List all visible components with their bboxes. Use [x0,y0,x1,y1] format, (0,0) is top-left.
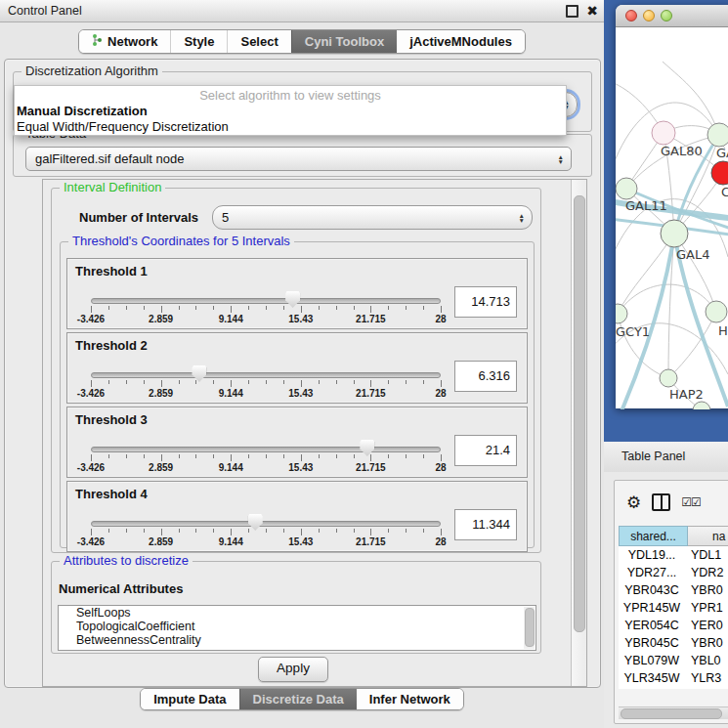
node-table-panel: ⚙ ☑☑ shared...na YDL19...YDL1YDR27...YDR… [614,480,728,724]
table-row[interactable]: YBR045CYBR0 [619,634,728,652]
column-header-na[interactable]: na [688,526,728,546]
gear-icon[interactable]: ⚙ [626,494,641,511]
scrollbar-thumb[interactable] [574,195,585,632]
vertical-scrollbar[interactable] [571,180,586,686]
threshold-value-field[interactable]: 21.4 [454,435,517,466]
number-of-intervals-combobox[interactable]: 5 ▲▼ [212,205,533,230]
tick-label: 28 [435,536,446,547]
table-row[interactable]: YLR345WYLR3 [619,669,728,687]
column-layout-icon[interactable] [652,493,670,511]
tab-infer-network[interactable]: Infer Network [357,689,463,709]
tick-mark [370,529,371,535]
node-topright[interactable] [707,123,728,147]
node-label-gal11: GAL11 [625,198,667,213]
list-item[interactable]: BetweennessCentrality [59,633,535,647]
threshold-panel-threshold-3: Threshold 3-3.4262.8599.14415.4321.71528… [66,407,528,478]
tab-style[interactable]: Style [170,30,227,53]
threshold-panel-threshold-2: Threshold 2-3.4262.8599.14415.4321.71528… [66,332,528,404]
select-columns-icon[interactable]: ☑☑ [681,495,701,509]
threshold-value-field[interactable]: 6.316 [454,361,517,392]
table-row[interactable]: YBL079WYBL0 [619,652,728,669]
tick-mark [108,454,109,458]
slider-track[interactable] [91,372,441,378]
threshold-label: Threshold 3 [75,412,148,427]
tick-mark [283,306,284,310]
threshold-value-field[interactable]: 14.713 [454,286,517,318]
tab-select[interactable]: Select [227,30,290,53]
tab-impute-data[interactable]: Impute Data [141,689,238,709]
tab-jactivemnodules[interactable]: jActiveMNodules [397,30,525,53]
table-data-combobox[interactable]: galFiltered.sif default node ▲▼ [25,147,572,171]
table-row[interactable]: YIL052CYIL0 [619,687,728,689]
tick-label: 9.144 [219,536,243,547]
tab-cyni-toolbox[interactable]: Cyni Toolbox [291,30,397,53]
tick-mark [406,454,407,458]
minimize-traffic-icon[interactable] [643,10,655,21]
network-icon [92,33,103,50]
thresholds-group: Threshold's Coordinates for 5 Intervals … [60,241,535,548]
scrollbar-thumb[interactable] [525,608,535,647]
control-panel: Control Panel ✖ NetworkStyleSelectCyni T… [0,0,604,728]
table-row[interactable]: YDR27...YDR2 [619,564,728,581]
tick-mark [161,454,162,461]
slider-track[interactable] [91,521,441,527]
cell-shared-name: YDL19... [619,546,685,564]
close-icon[interactable]: ✖ [586,0,598,21]
horizontal-scrollbar[interactable] [619,707,728,719]
node-hap2[interactable] [660,369,677,387]
tick-mark [126,380,127,384]
tick-mark [423,529,424,533]
table-row[interactable]: YPR145WYPR1 [619,599,728,617]
tab-label: Select [240,34,278,49]
numerical-attributes-list[interactable]: SelfLoopsTopologicalCoefficientBetweenne… [58,605,536,651]
threshold-slider[interactable]: -3.4262.8599.14415.4321.71528 [91,296,441,325]
tick-mark [319,306,320,310]
slider-track[interactable] [91,298,441,304]
tab-network[interactable]: Network [79,30,170,53]
tick-label: 15.43 [288,462,313,473]
combo-value: 5 [222,206,229,229]
tick-mark [388,454,389,458]
list-item[interactable]: SelfLoops [59,606,535,620]
table-data-group: Table Data galFiltered.sif default node … [13,134,592,177]
list-scrollbar[interactable] [524,607,535,649]
table-row[interactable]: YDL19...YDL1 [619,546,728,564]
list-item[interactable]: TopologicalCoefficient [59,620,535,633]
top-tab-bar: NetworkStyleSelectCyni ToolboxjActiveMNo… [0,29,604,54]
network-window-titlebar[interactable] [616,5,728,27]
node-bottom[interactable] [693,402,710,409]
apply-button[interactable]: Apply [258,657,328,682]
close-traffic-icon[interactable] [625,10,637,21]
scrollbar-thumb[interactable] [621,708,722,719]
threshold-slider[interactable]: -3.4262.8599.14415.4321.71528 [91,445,441,474]
combo-stepper-icon: ▲▼ [519,213,525,223]
node-gcy1[interactable] [616,304,627,323]
table-row[interactable]: YER054CYER0 [619,617,728,634]
tick-mark [91,380,92,387]
node-gal11[interactable] [616,178,637,199]
column-header-shared-[interactable]: shared... [619,526,688,546]
threshold-value-field[interactable]: 11.344 [454,509,517,540]
tick-mark [266,380,267,384]
tab-discretize-data[interactable]: Discretize Data [239,689,357,709]
popup-item-equal-width-frequency-discretization[interactable]: Equal Width/Frequency Discretization [15,119,566,135]
tick-mark [108,529,109,533]
threshold-slider[interactable]: -3.4262.8599.14415.4321.71528 [91,370,441,400]
combo-value: galFiltered.sif default node [35,148,184,170]
node-label-hap2: HAP2 [669,387,704,402]
table-row[interactable]: YBR043CYBR0 [619,581,728,599]
tick-label: 28 [435,462,446,473]
slider-track[interactable] [91,447,441,452]
threshold-slider[interactable]: -3.4262.8599.14415.4321.71528 [91,519,441,548]
float-window-icon[interactable] [566,5,578,18]
threshold-panel-threshold-1: Threshold 1-3.4262.8599.14415.4321.71528… [66,258,528,329]
node-pink[interactable] [652,121,675,145]
node-h[interactable] [706,301,727,322]
tick-mark [195,454,196,458]
node-gal4[interactable] [661,220,688,247]
network-canvas[interactable]: GAL80GACGAL11GAL4GCY1HHAP2 [616,27,728,409]
zoom-traffic-icon[interactable] [661,10,672,21]
tab-label: Network [107,34,157,49]
slider-ticks [91,306,441,314]
popup-item-manual-discretization[interactable]: Manual Discretization [15,104,566,119]
